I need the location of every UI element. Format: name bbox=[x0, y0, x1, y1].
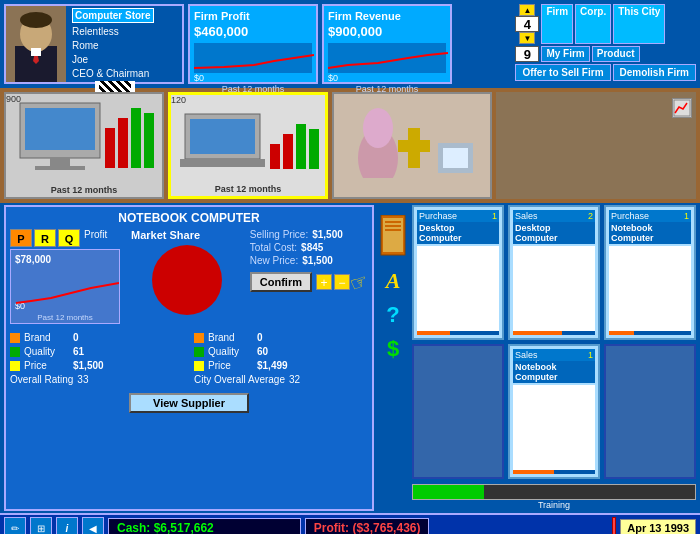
firm-profit-box: Firm Profit $460,000 $0 Past 12 months bbox=[188, 4, 318, 84]
city-brand-value: 0 bbox=[257, 332, 263, 343]
svg-rect-32 bbox=[385, 229, 401, 231]
date-display: Apr 13 1993 bbox=[620, 519, 696, 534]
card-header-sales-desktop: Sales 2 bbox=[513, 210, 595, 222]
card-body-3 bbox=[609, 246, 691, 335]
main-panel: NOTEBOOK COMPUTER P R Q Profit $78,000 $… bbox=[0, 203, 700, 513]
training-label: Training bbox=[538, 500, 570, 510]
my-ratings-col: Brand 0 Quality 61 Price $1,500 Overall … bbox=[10, 332, 184, 385]
my-firm-btn[interactable]: My Firm bbox=[541, 46, 589, 62]
market-pie-chart bbox=[152, 245, 222, 315]
firm-profit-chart bbox=[194, 43, 312, 73]
ratings-section: Brand 0 Quality 61 Price $1,500 Overall … bbox=[10, 332, 368, 385]
plus-minus-btns: + − bbox=[316, 274, 350, 290]
right-controls: ▲ 4 ▼ Firm Corp. This City 9 My Firm Pro… bbox=[515, 4, 696, 84]
firm-revenue-label: Firm Revenue bbox=[328, 10, 446, 22]
card-purchase-notebook[interactable]: Purchase 1 NotebookComputer bbox=[604, 205, 696, 340]
price-color-box bbox=[10, 361, 20, 371]
market-section: Market Share bbox=[131, 229, 244, 324]
demolish-btn[interactable]: Demolish Firm bbox=[613, 64, 696, 81]
firm-down-btn[interactable]: ▼ bbox=[519, 32, 535, 44]
notebook-panel-title: NOTEBOOK COMPUTER bbox=[10, 211, 368, 225]
city-price-color-box bbox=[194, 361, 204, 371]
info-icon[interactable]: i bbox=[56, 517, 78, 534]
city-price-row: Price $1,499 bbox=[194, 360, 368, 371]
svg-rect-24 bbox=[398, 140, 430, 152]
product-health[interactable] bbox=[332, 92, 492, 199]
card-header-sales-notebook: Sales 1 bbox=[513, 349, 595, 361]
confirm-row: Confirm + − ☞ bbox=[250, 270, 368, 294]
card-sales-desktop[interactable]: Sales 2 DesktopComputer bbox=[508, 205, 600, 340]
training-section: Training bbox=[412, 484, 696, 510]
svg-rect-17 bbox=[270, 144, 280, 169]
p-btn[interactable]: P bbox=[10, 229, 32, 247]
selling-price-value: $1,500 bbox=[312, 229, 343, 240]
card-header-purchase-notebook: Purchase 1 bbox=[609, 210, 691, 222]
total-cost-label: Total Cost: bbox=[250, 242, 297, 253]
this-city-btn[interactable]: This City bbox=[613, 4, 665, 44]
firm-revenue-box: Firm Revenue $900,000 $0 Past 12 months bbox=[322, 4, 452, 84]
cards-container: Purchase 1 DesktopComputer Sales 2 Deskt… bbox=[412, 205, 696, 511]
firm-up-btn[interactable]: ▲ bbox=[519, 4, 535, 16]
plus-btn[interactable]: + bbox=[316, 274, 332, 290]
city-overall-row: City Overall Average 32 bbox=[194, 374, 368, 385]
firm-revenue-chart bbox=[328, 43, 446, 73]
card-bar-fill-3 bbox=[609, 331, 634, 335]
corp-num: 9 bbox=[515, 46, 539, 62]
panel-content: P R Q Profit $78,000 $0 Past 12 months M… bbox=[10, 229, 368, 324]
r-btn[interactable]: R bbox=[34, 229, 56, 247]
pencil-icon[interactable]: ✏ bbox=[4, 517, 26, 534]
card-body-1 bbox=[417, 246, 499, 335]
city-overall-value: 32 bbox=[289, 374, 300, 385]
card-number-5: 1 bbox=[588, 350, 593, 360]
firm-revenue-zero: $0 bbox=[328, 73, 446, 83]
city-overall-label: City Overall Average bbox=[194, 374, 285, 385]
card-sales-notebook[interactable]: Sales 1 NotebookComputer bbox=[508, 344, 600, 479]
quality-color-box bbox=[10, 347, 20, 357]
back-icon[interactable]: ◀ bbox=[82, 517, 104, 534]
card-purchase-desktop[interactable]: Purchase 1 DesktopComputer bbox=[412, 205, 504, 340]
card-empty-1 bbox=[412, 344, 504, 479]
card-bar-1 bbox=[417, 331, 499, 335]
offer-sell-btn[interactable]: Offer to Sell Firm bbox=[515, 64, 610, 81]
profit-chart: $78,000 $0 Past 12 months bbox=[10, 249, 120, 324]
price-row: Price $1,500 bbox=[10, 360, 184, 371]
store-name: Computer Store bbox=[72, 8, 154, 23]
svg-rect-15 bbox=[190, 119, 255, 154]
product-btn[interactable]: Product bbox=[592, 46, 640, 62]
view-supplier-btn[interactable]: View Supplier bbox=[129, 393, 249, 413]
firm-profit-zero: $0 bbox=[194, 73, 312, 83]
svg-rect-18 bbox=[283, 134, 293, 169]
graph-icon[interactable] bbox=[672, 98, 692, 118]
notebook-label: Past 12 months bbox=[215, 184, 282, 194]
status-icons: ✏ ⊞ i ◀ bbox=[4, 517, 104, 534]
svg-rect-8 bbox=[50, 158, 70, 166]
prq-buttons: P R Q Profit bbox=[10, 229, 125, 247]
firm-btn[interactable]: Firm bbox=[541, 4, 573, 44]
red-indicator bbox=[612, 517, 616, 534]
new-price-label: New Price: bbox=[250, 255, 298, 266]
card-product-desktop-sales: DesktopComputer bbox=[513, 222, 595, 244]
card-bar-fill-5 bbox=[513, 470, 554, 474]
svg-rect-29 bbox=[383, 218, 403, 252]
svg-rect-9 bbox=[35, 166, 85, 170]
city-quality-value: 60 bbox=[257, 346, 268, 357]
top-bar: Computer Store Relentless Rome Joe CEO &… bbox=[0, 0, 700, 88]
profile-info: Computer Store Relentless Rome Joe CEO &… bbox=[70, 6, 156, 82]
hand-cursor-icon: ☞ bbox=[346, 268, 371, 297]
product-desktop[interactable]: 900 Past 12 months bbox=[4, 92, 164, 199]
map-icon[interactable]: ⊞ bbox=[30, 517, 52, 534]
svg-rect-30 bbox=[385, 221, 401, 223]
card-type-label-3: Purchase bbox=[611, 211, 649, 221]
profit-value: ($3,765,436) bbox=[352, 521, 420, 534]
notebook-detail-panel: NOTEBOOK COMPUTER P R Q Profit $78,000 $… bbox=[4, 205, 374, 511]
corp-btn[interactable]: Corp. bbox=[575, 4, 611, 44]
confirm-btn[interactable]: Confirm bbox=[250, 272, 312, 292]
firm-controls-row3: Offer to Sell Firm Demolish Firm bbox=[515, 64, 696, 81]
card-number: 1 bbox=[492, 211, 497, 221]
new-price-value: $1,500 bbox=[302, 255, 333, 266]
q-btn[interactable]: Q bbox=[58, 229, 80, 247]
a-symbol: A bbox=[386, 268, 401, 294]
firm-revenue-value: $900,000 bbox=[328, 24, 446, 39]
product-notebook[interactable]: 120 Past 12 months bbox=[168, 92, 328, 199]
market-title: Market Share bbox=[131, 229, 244, 241]
